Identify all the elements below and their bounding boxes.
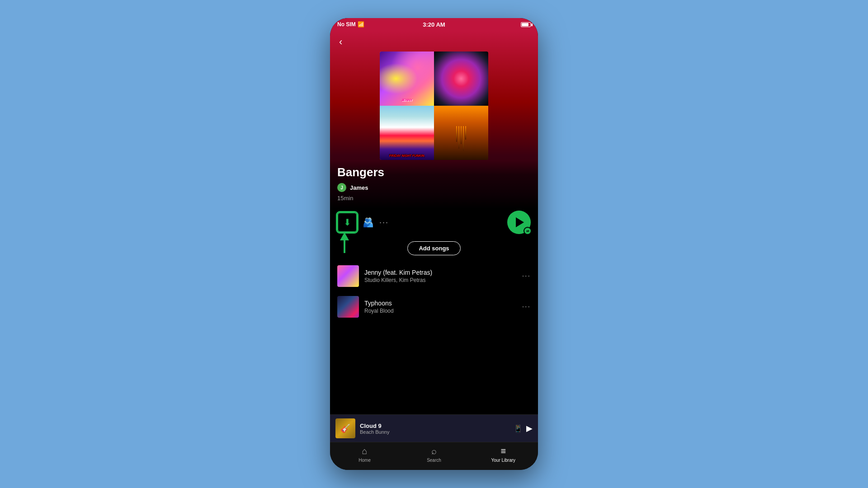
mini-player-title: Cloud 9: [360, 422, 509, 429]
album-art-grid: JENNY FRIDAY NIGHT FUNKIN: [380, 52, 488, 160]
song-artist: Royal Blood: [364, 308, 517, 314]
song-item: Jenny (feat. Kim Petras) Studio Killers,…: [330, 261, 538, 291]
status-right: [521, 22, 531, 27]
add-songs-section: Add songs: [330, 238, 538, 261]
top-nav: ‹: [330, 31, 538, 52]
nav-label-library: Your Library: [491, 458, 516, 463]
album-cell-desert: [434, 106, 488, 160]
play-icon: [516, 217, 524, 227]
shuffle-badge: ⇄: [524, 227, 532, 235]
song-info-jenny: Jenny (feat. Kim Petras) Studio Killers,…: [364, 269, 517, 283]
nav-label-search: Search: [427, 458, 441, 463]
home-icon: ⌂: [362, 446, 368, 456]
song-title: Jenny (feat. Kim Petras): [364, 269, 517, 276]
add-songs-button[interactable]: Add songs: [407, 241, 460, 255]
phone-container: No SIM 📶 3:20 AM ‹ JENNY: [330, 18, 538, 470]
device-button[interactable]: 📱: [514, 424, 523, 433]
back-button[interactable]: ‹: [337, 34, 344, 50]
download-icon: ⬇: [344, 217, 351, 228]
playlist-info: Bangers J James 15min: [330, 160, 538, 209]
album-cell-jenny: JENNY: [380, 52, 434, 106]
song-more-button[interactable]: ···: [522, 272, 531, 280]
download-button[interactable]: ⬇: [337, 212, 357, 232]
duration-text: 15min: [337, 195, 531, 202]
library-icon: ≡: [500, 446, 506, 456]
mini-play-button[interactable]: ▶: [526, 423, 533, 433]
battery-icon: [521, 22, 531, 27]
mini-player-thumb: 🎸: [335, 418, 355, 438]
song-title: Typhoons: [364, 300, 517, 307]
song-info-typhoons: Typhoons Royal Blood: [364, 300, 517, 314]
song-thumb-jenny: [337, 265, 359, 287]
more-options-button[interactable]: ···: [379, 218, 389, 227]
album-cell-royalblood: [434, 52, 488, 106]
song-artist: Studio Killers, Kim Petras: [364, 277, 517, 283]
nav-item-home[interactable]: ⌂ Home: [330, 446, 399, 463]
carrier-text: No SIM: [337, 21, 356, 28]
wifi-icon: 📶: [358, 21, 364, 28]
song-list: Jenny (feat. Kim Petras) Studio Killers,…: [330, 261, 538, 414]
header-area: ‹ JENNY FRIDAY NIGHT FUNKIN: [330, 31, 538, 209]
nav-label-home: Home: [359, 458, 371, 463]
add-friend-button[interactable]: 🫂: [363, 217, 374, 228]
creator-row: J James: [337, 183, 531, 192]
play-button[interactable]: ⇄: [507, 211, 531, 234]
mini-player-artist: Beach Bunny: [360, 429, 509, 435]
status-left: No SIM 📶: [337, 21, 364, 28]
nav-item-search[interactable]: ⌕ Search: [399, 446, 468, 463]
album-cell-fnf: FRIDAY NIGHT FUNKIN: [380, 106, 434, 160]
status-time: 3:20 AM: [423, 21, 445, 28]
status-bar: No SIM 📶 3:20 AM: [330, 18, 538, 31]
search-icon: ⌕: [431, 446, 437, 456]
fnf-album-text: FRIDAY NIGHT FUNKIN: [389, 154, 424, 157]
creator-name: James: [350, 184, 368, 191]
desert-lines: [456, 126, 466, 151]
playlist-title: Bangers: [337, 165, 531, 179]
mini-player-info: Cloud 9 Beach Bunny: [360, 422, 509, 435]
action-row: ⬇ 🫂 ··· ⇄: [330, 209, 538, 238]
song-item: Typhoons Royal Blood ···: [330, 291, 538, 322]
main-content: ‹ JENNY FRIDAY NIGHT FUNKIN: [330, 31, 538, 470]
jenny-album-text: JENNY: [401, 98, 412, 102]
song-thumb-typhoons: [337, 296, 359, 318]
bottom-nav: ⌂ Home ⌕ Search ≡ Your Library: [330, 442, 538, 470]
mini-player-controls: 📱 ▶: [514, 423, 533, 433]
song-more-button[interactable]: ···: [522, 303, 531, 311]
mini-player[interactable]: 🎸 Cloud 9 Beach Bunny 📱 ▶: [330, 414, 538, 442]
nav-item-library[interactable]: ≡ Your Library: [469, 446, 538, 463]
creator-avatar: J: [337, 183, 346, 192]
